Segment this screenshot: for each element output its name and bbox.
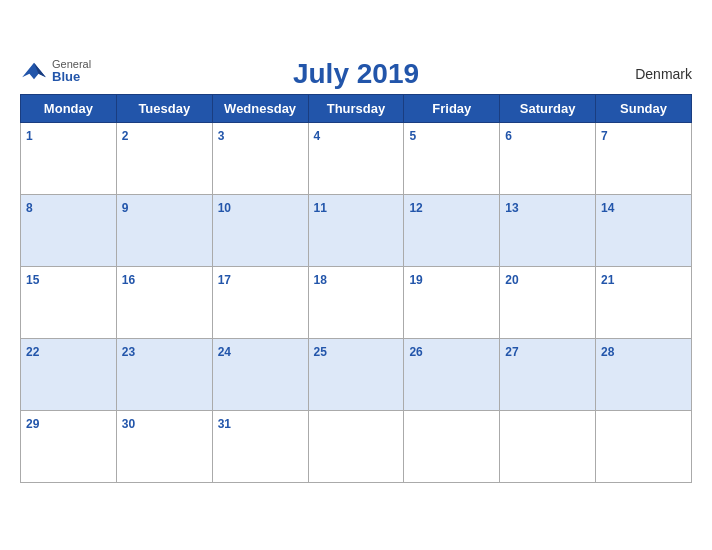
day-number: 11 bbox=[314, 201, 327, 215]
day-number: 21 bbox=[601, 273, 614, 287]
day-number: 28 bbox=[601, 345, 614, 359]
day-cell: 10 bbox=[212, 194, 308, 266]
day-cell: 23 bbox=[116, 338, 212, 410]
header-tuesday: Tuesday bbox=[116, 94, 212, 122]
day-cell: 13 bbox=[500, 194, 596, 266]
day-cell: 29 bbox=[21, 410, 117, 482]
day-cell: 24 bbox=[212, 338, 308, 410]
svg-marker-0 bbox=[22, 63, 46, 79]
day-number: 26 bbox=[409, 345, 422, 359]
week-row-1: 1234567 bbox=[21, 122, 692, 194]
day-number: 25 bbox=[314, 345, 327, 359]
day-number: 30 bbox=[122, 417, 135, 431]
week-row-5: 293031 bbox=[21, 410, 692, 482]
day-cell: 1 bbox=[21, 122, 117, 194]
day-cell bbox=[500, 410, 596, 482]
header-saturday: Saturday bbox=[500, 94, 596, 122]
header-friday: Friday bbox=[404, 94, 500, 122]
day-cell: 8 bbox=[21, 194, 117, 266]
day-cell: 20 bbox=[500, 266, 596, 338]
day-number: 1 bbox=[26, 129, 33, 143]
calendar-header: General Blue July 2019 Denmark bbox=[20, 58, 692, 90]
day-number: 9 bbox=[122, 201, 129, 215]
day-number: 13 bbox=[505, 201, 518, 215]
day-number: 3 bbox=[218, 129, 225, 143]
day-number: 23 bbox=[122, 345, 135, 359]
day-number: 29 bbox=[26, 417, 39, 431]
day-cell: 27 bbox=[500, 338, 596, 410]
calendar-title: July 2019 bbox=[293, 58, 419, 90]
day-cell: 31 bbox=[212, 410, 308, 482]
day-number: 10 bbox=[218, 201, 231, 215]
day-cell: 15 bbox=[21, 266, 117, 338]
day-cell: 7 bbox=[596, 122, 692, 194]
day-cell: 26 bbox=[404, 338, 500, 410]
day-cell: 18 bbox=[308, 266, 404, 338]
day-number: 31 bbox=[218, 417, 231, 431]
day-cell: 5 bbox=[404, 122, 500, 194]
header-monday: Monday bbox=[21, 94, 117, 122]
day-cell: 4 bbox=[308, 122, 404, 194]
header-wednesday: Wednesday bbox=[212, 94, 308, 122]
day-cell: 11 bbox=[308, 194, 404, 266]
day-number: 7 bbox=[601, 129, 608, 143]
day-number: 17 bbox=[218, 273, 231, 287]
day-cell bbox=[308, 410, 404, 482]
day-cell: 17 bbox=[212, 266, 308, 338]
day-cell: 28 bbox=[596, 338, 692, 410]
day-number: 14 bbox=[601, 201, 614, 215]
day-number: 20 bbox=[505, 273, 518, 287]
day-cell: 19 bbox=[404, 266, 500, 338]
logo: General Blue bbox=[20, 58, 91, 84]
weekday-header-row: Monday Tuesday Wednesday Thursday Friday… bbox=[21, 94, 692, 122]
day-cell: 14 bbox=[596, 194, 692, 266]
week-row-3: 15161718192021 bbox=[21, 266, 692, 338]
day-number: 8 bbox=[26, 201, 33, 215]
header-thursday: Thursday bbox=[308, 94, 404, 122]
day-number: 16 bbox=[122, 273, 135, 287]
calendar-table: Monday Tuesday Wednesday Thursday Friday… bbox=[20, 94, 692, 483]
day-number: 6 bbox=[505, 129, 512, 143]
day-cell: 9 bbox=[116, 194, 212, 266]
day-cell: 30 bbox=[116, 410, 212, 482]
day-cell: 21 bbox=[596, 266, 692, 338]
country-label: Denmark bbox=[635, 66, 692, 82]
calendar-wrapper: General Blue July 2019 Denmark Monday Tu… bbox=[0, 48, 712, 503]
day-number: 27 bbox=[505, 345, 518, 359]
logo-blue: Blue bbox=[52, 70, 91, 84]
day-number: 22 bbox=[26, 345, 39, 359]
day-cell: 22 bbox=[21, 338, 117, 410]
day-cell: 3 bbox=[212, 122, 308, 194]
day-cell: 12 bbox=[404, 194, 500, 266]
logo-text: General Blue bbox=[52, 58, 91, 84]
day-number: 5 bbox=[409, 129, 416, 143]
day-number: 18 bbox=[314, 273, 327, 287]
day-cell bbox=[596, 410, 692, 482]
week-row-4: 22232425262728 bbox=[21, 338, 692, 410]
header-sunday: Sunday bbox=[596, 94, 692, 122]
day-cell bbox=[404, 410, 500, 482]
day-number: 2 bbox=[122, 129, 129, 143]
day-cell: 16 bbox=[116, 266, 212, 338]
logo-general: General bbox=[52, 58, 91, 70]
day-cell: 6 bbox=[500, 122, 596, 194]
day-number: 12 bbox=[409, 201, 422, 215]
week-row-2: 891011121314 bbox=[21, 194, 692, 266]
day-number: 19 bbox=[409, 273, 422, 287]
day-cell: 2 bbox=[116, 122, 212, 194]
day-number: 4 bbox=[314, 129, 321, 143]
day-cell: 25 bbox=[308, 338, 404, 410]
logo-bird-icon bbox=[20, 61, 48, 81]
day-number: 24 bbox=[218, 345, 231, 359]
day-number: 15 bbox=[26, 273, 39, 287]
